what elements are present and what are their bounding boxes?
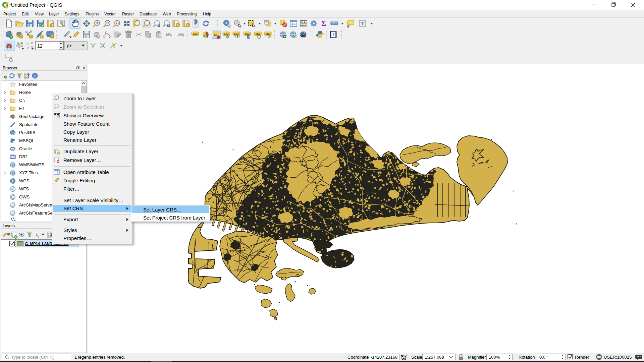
svg-text:abc: abc [234, 33, 239, 36]
svg-text:V: V [12, 188, 14, 190]
svg-text:abc: abc [256, 33, 260, 36]
svg-text:?: ? [332, 33, 335, 37]
svg-text:*: * [20, 35, 22, 39]
svg-text:*: * [51, 35, 53, 39]
svg-text:*: * [98, 35, 99, 39]
svg-text:abc: abc [245, 33, 250, 36]
svg-text:abc: abc [193, 33, 198, 36]
svg-text:abc: abc [266, 33, 270, 36]
svg-text:*: * [30, 35, 32, 39]
svg-text:✂: ✂ [136, 31, 142, 38]
svg-text:T: T [361, 21, 364, 26]
svg-text:DB2: DB2 [10, 156, 15, 158]
svg-text:Σ: Σ [321, 19, 326, 27]
svg-text:abc: abc [224, 33, 229, 36]
svg-text:ab: ab [214, 33, 218, 36]
svg-text:1:1: 1:1 [116, 22, 119, 24]
svg-text:*: * [41, 35, 42, 39]
svg-text:px: px [67, 43, 72, 48]
svg-text:12: 12 [37, 43, 43, 49]
